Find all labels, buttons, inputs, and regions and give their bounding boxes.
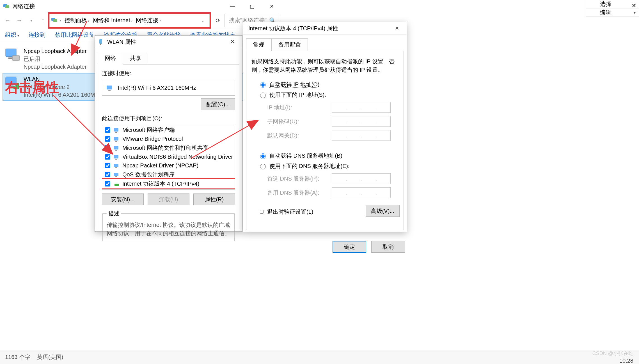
- close-button[interactable]: ✕: [262, 0, 281, 13]
- protocol-label: Npcap Packet Driver (NPCAP): [122, 162, 198, 169]
- validate-on-exit-input[interactable]: [260, 210, 264, 214]
- breadcrumb[interactable]: 网络和 Internet›: [91, 15, 134, 25]
- adapter-name: WLAN: [24, 75, 102, 83]
- install-button[interactable]: 安装(N)...: [102, 193, 144, 205]
- svg-rect-15: [17, 83, 19, 89]
- protocol-item[interactable]: QoS 数据包计划程序: [102, 170, 235, 179]
- protocol-checkbox[interactable]: [105, 181, 110, 186]
- up-button[interactable]: ↑: [38, 15, 48, 26]
- forward-button[interactable]: →: [14, 15, 25, 26]
- connect-to-button[interactable]: 连接到: [29, 31, 45, 39]
- protocol-list[interactable]: Microsoft 网络客户端VMware Bridge ProtocolMic…: [102, 125, 235, 190]
- protocol-item[interactable]: Microsoft 网络客户端: [102, 125, 235, 135]
- word-count: 1163 个字: [5, 353, 30, 361]
- advanced-button[interactable]: 高级(V)...: [366, 205, 400, 217]
- protocol-icon: [113, 127, 120, 133]
- preferred-dns-label: 首选 DNS 服务器(P):: [267, 175, 332, 183]
- radio-manual-dns-input[interactable]: [260, 164, 266, 169]
- dialog-title: WLAN 属性: [107, 38, 223, 46]
- radio-manual-ip-input[interactable]: [260, 93, 266, 98]
- wlan-prop-icon: [98, 38, 104, 45]
- address-history-dropdown[interactable]: ⌄: [198, 15, 208, 26]
- default-gateway-label: 默认网关(D):: [267, 132, 332, 139]
- tab-network[interactable]: 网络: [98, 52, 123, 64]
- breadcrumb[interactable]: 网络连接›: [134, 15, 162, 25]
- adapter-icon: [4, 47, 21, 63]
- address-bar[interactable]: › 控制面板› 网络和 Internet› 网络连接› ⌄: [49, 14, 210, 27]
- protocol-item[interactable]: VirtualBox NDIS6 Bridged Networking Driv…: [102, 153, 235, 161]
- tab-general[interactable]: 常规: [246, 38, 271, 51]
- protocol-icon: [113, 181, 120, 187]
- radio-auto-ip[interactable]: 自动获得 IP 地址(O): [259, 81, 400, 88]
- default-gateway-field: ...: [332, 130, 391, 141]
- back-button[interactable]: ←: [2, 15, 13, 26]
- subnet-mask-label: 子网掩码(U):: [267, 118, 332, 125]
- protocol-checkbox[interactable]: [105, 163, 110, 168]
- chevron-right-icon: ›: [60, 18, 61, 23]
- breadcrumb[interactable]: 控制面板›: [63, 15, 91, 25]
- protocol-icon: [113, 154, 120, 160]
- radio-manual-ip[interactable]: 使用下面的 IP 地址(S):: [259, 91, 400, 99]
- protocol-checkbox[interactable]: [105, 145, 110, 151]
- adapter-ssid: WXJY.Employee 2: [24, 83, 102, 91]
- svg-rect-20: [114, 128, 118, 132]
- svg-rect-21: [115, 132, 117, 133]
- svg-rect-26: [114, 155, 118, 158]
- address-icon: [51, 17, 58, 24]
- protocol-label: Microsoft 网络的文件和打印机共享: [122, 144, 209, 152]
- disable-device-button[interactable]: 禁用此网络设备: [55, 31, 94, 39]
- svg-rect-27: [115, 159, 117, 160]
- protocol-item[interactable]: Microsoft 网络的文件和打印机共享: [102, 143, 235, 153]
- protocol-checkbox[interactable]: [105, 127, 110, 133]
- protocol-item[interactable]: Internet 协议版本 4 (TCP/IPv4): [102, 179, 235, 188]
- protocol-checkbox[interactable]: [105, 172, 110, 177]
- radio-auto-dns[interactable]: 自动获得 DNS 服务器地址(B): [259, 152, 400, 160]
- svg-rect-3: [53, 19, 57, 22]
- adapter-device: Npcap Loopback Adapter: [24, 63, 87, 71]
- protocol-label: VirtualBox NDIS6 Bridged Networking Driv…: [122, 154, 233, 160]
- svg-rect-17: [100, 43, 101, 45]
- svg-rect-22: [114, 137, 118, 140]
- radio-auto-dns-input[interactable]: [260, 153, 266, 159]
- properties-button[interactable]: 属性(R): [193, 193, 235, 205]
- select-menu[interactable]: 选择▾: [586, 0, 639, 8]
- maximize-button[interactable]: ▢: [242, 0, 262, 13]
- cancel-button[interactable]: 取消: [371, 241, 405, 253]
- configure-button[interactable]: 配置(C)...: [201, 98, 235, 110]
- protocol-checkbox[interactable]: [105, 136, 110, 142]
- radio-auto-ip-label: 自动获得 IP 地址(O): [269, 81, 320, 88]
- nic-icon: [106, 84, 114, 91]
- alternate-dns-label: 备用 DNS 服务器(A):: [267, 189, 332, 197]
- radio-auto-dns-label: 自动获得 DNS 服务器地址(B): [269, 152, 342, 160]
- preferred-dns-field: ...: [332, 173, 391, 184]
- edit-menu[interactable]: 编辑▾: [586, 8, 639, 17]
- protocol-item[interactable]: Microsoft 网络适配器多路传送器协议: [102, 188, 235, 190]
- svg-rect-13: [13, 86, 15, 89]
- organize-menu[interactable]: 组织▾: [5, 31, 19, 39]
- ip-address-label: IP 地址(I):: [267, 104, 332, 111]
- radio-auto-ip-input[interactable]: [260, 82, 266, 88]
- close-button[interactable]: ✕: [387, 22, 407, 35]
- tab-sharing[interactable]: 共享: [123, 52, 148, 64]
- ok-button[interactable]: 确定: [333, 241, 366, 253]
- clock: 10.28: [619, 358, 633, 364]
- recent-dropdown[interactable]: ▾: [26, 15, 36, 26]
- svg-rect-12: [8, 86, 13, 87]
- protocol-item[interactable]: Npcap Packet Driver (NPCAP): [102, 161, 235, 170]
- items-label: 此连接使用下列项目(O):: [102, 115, 235, 122]
- close-button[interactable]: ✕: [223, 36, 242, 48]
- svg-rect-28: [114, 164, 118, 167]
- watermark: CSDN @小张在吃: [592, 350, 633, 357]
- protocol-checkbox[interactable]: [105, 154, 110, 160]
- connect-using-label: 连接时使用:: [102, 70, 235, 77]
- adapter-wifi-icon: [4, 75, 21, 91]
- refresh-button[interactable]: ⟳: [211, 14, 225, 27]
- dialog-title: Internet 协议版本 4 (TCP/IPv4) 属性: [246, 25, 387, 32]
- uninstall-button: 卸载(U): [148, 193, 189, 205]
- language-status[interactable]: 英语(美国): [37, 353, 63, 361]
- tab-alternate[interactable]: 备用配置: [271, 38, 308, 51]
- minimize-button[interactable]: —: [223, 0, 242, 13]
- protocol-label: QoS 数据包计划程序: [122, 171, 175, 178]
- protocol-item[interactable]: VMware Bridge Protocol: [102, 135, 235, 143]
- radio-manual-dns[interactable]: 使用下面的 DNS 服务器地址(E):: [259, 162, 400, 170]
